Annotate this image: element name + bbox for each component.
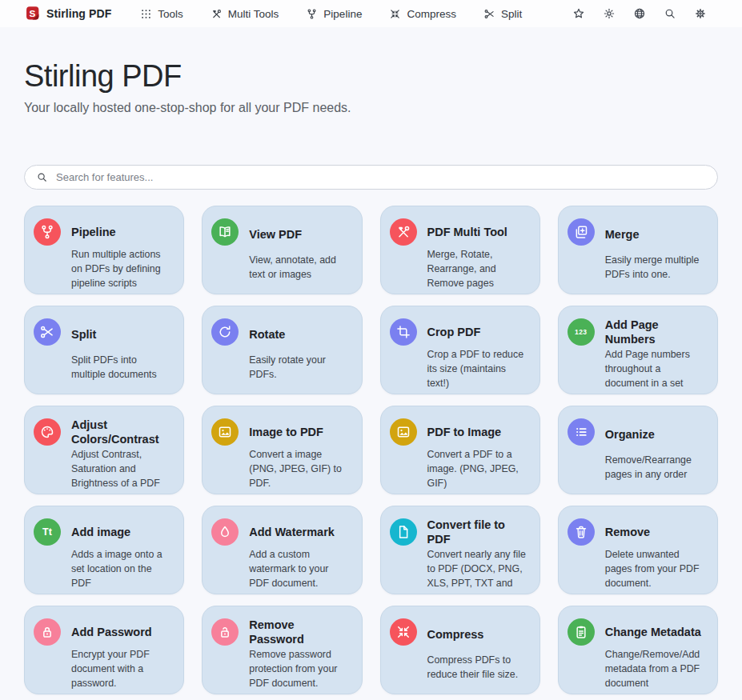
card-description: Encrypt your PDF document with a passwor… xyxy=(71,648,173,691)
compress-icon xyxy=(389,8,401,20)
pipeline-badge xyxy=(34,218,61,246)
card-convert-file-to-pdf[interactable]: Convert file to PDF Convert nearly any f… xyxy=(380,506,540,594)
card-image-to-pdf[interactable]: Image to PDF Convert a image (PNG, JPEG,… xyxy=(202,406,362,494)
card-change-metadata[interactable]: Change Metadata Change/Remove/Add metada… xyxy=(558,606,718,694)
palette-icon xyxy=(39,424,55,440)
card-description: Easily rotate your PDFs. xyxy=(249,354,351,387)
card-description: Merge, Rotate, Rearrange, and Remove pag… xyxy=(427,248,529,291)
search-button[interactable] xyxy=(664,7,676,20)
text-Tt-badge: Tt xyxy=(34,518,61,546)
card-description: Remove/Rearrange pages in any order xyxy=(605,454,707,487)
card-title: Split xyxy=(71,318,173,351)
card-remove-password[interactable]: Remove Password Remove password protecti… xyxy=(202,606,362,694)
page-title: Stirling PDF xyxy=(24,59,718,94)
card-description: View, annotate, add text or images xyxy=(249,254,351,287)
card-rotate[interactable]: Rotate Easily rotate your PDFs. xyxy=(202,306,362,394)
trash-badge xyxy=(568,518,595,546)
card-remove[interactable]: Remove Delete unwanted pages from your P… xyxy=(558,506,718,594)
crop-icon xyxy=(395,324,411,340)
book-open-badge xyxy=(211,218,239,246)
card-title: Add Page Numbers xyxy=(605,318,707,346)
nav-item-label: Tools xyxy=(158,8,183,20)
card-pdf-multi-tool[interactable]: PDF Multi Tool Merge, Rotate, Rearrange,… xyxy=(380,206,540,294)
crop-badge xyxy=(390,318,417,346)
card-title: Remove xyxy=(605,518,707,546)
card-title: Change Metadata xyxy=(605,618,707,646)
file-badge xyxy=(390,518,417,546)
card-crop-pdf[interactable]: Crop PDF Crop a PDF to reduce its size (… xyxy=(380,306,540,394)
numbers-123-icon: 123 xyxy=(575,328,588,336)
multi-tools-badge xyxy=(390,218,417,246)
card-description: Convert a PDF to a image. (PNG, JPEG, GI… xyxy=(427,448,529,491)
droplet-icon xyxy=(217,524,233,540)
card-description: Add Page numbers throughout a document i… xyxy=(605,348,707,394)
clipboard-icon xyxy=(573,624,589,640)
card-description: Convert nearly any file to PDF (DOCX, PN… xyxy=(427,548,529,594)
card-pdf-to-image[interactable]: PDF to Image Convert a PDF to a image. (… xyxy=(380,406,540,494)
card-add-image[interactable]: Tt Add image Adds a image onto a set loc… xyxy=(24,506,184,594)
brand[interactable]: S Stirling PDF xyxy=(24,5,111,22)
numbers-123-badge: 123 xyxy=(568,318,595,346)
card-view-pdf[interactable]: View PDF View, annotate, add text or ima… xyxy=(202,206,362,294)
card-add-password[interactable]: Add Password Encrypt your PDF document w… xyxy=(24,606,184,694)
page-subtitle: Your locally hosted one-stop-shop for al… xyxy=(24,101,718,115)
merge-badge xyxy=(568,218,595,246)
brand-label: Stirling PDF xyxy=(46,7,111,20)
card-split[interactable]: Split Split PDFs into multiple documents xyxy=(24,306,184,394)
card-compress[interactable]: Compress Compress PDFs to reduce their f… xyxy=(380,606,540,694)
card-title: Image to PDF xyxy=(249,418,351,446)
svg-text:S: S xyxy=(30,8,36,19)
clipboard-badge xyxy=(568,618,595,646)
settings-button[interactable] xyxy=(694,7,707,20)
nav-item-label: Compress xyxy=(407,8,456,20)
stirling-logo-icon: S xyxy=(24,5,41,22)
multi-tools-icon xyxy=(395,224,411,240)
card-description: Change/Remove/Add metadata from a PDF do… xyxy=(605,648,707,691)
card-description: Easily merge multiple PDFs into one. xyxy=(605,254,707,287)
card-pipeline[interactable]: Pipeline Run multiple actions on PDFs by… xyxy=(24,206,184,294)
list-badge xyxy=(568,418,595,446)
card-merge[interactable]: Merge Easily merge multiple PDFs into on… xyxy=(558,206,718,294)
card-adjust-colors-contrast[interactable]: Adjust Colors/Contrast Adjust Contrast, … xyxy=(24,406,184,494)
card-title: PDF to Image xyxy=(427,418,529,446)
card-organize[interactable]: Organize Remove/Rearrange pages in any o… xyxy=(558,406,718,494)
scissors-badge xyxy=(34,318,61,346)
card-description: Crop a PDF to reduce its size (maintains… xyxy=(427,348,529,391)
nav-item-compress[interactable]: Compress xyxy=(389,8,456,20)
multi-tools-icon xyxy=(211,8,223,20)
image-icon xyxy=(217,424,233,440)
favourites-button[interactable] xyxy=(572,7,585,20)
image-icon xyxy=(395,424,411,440)
pipeline-icon xyxy=(39,224,55,240)
card-description: Adjust Contrast, Saturation and Brightne… xyxy=(71,448,173,491)
book-open-icon xyxy=(217,224,233,240)
star-icon xyxy=(572,7,585,20)
nav-item-pipeline[interactable]: Pipeline xyxy=(306,8,362,20)
nav-item-label: Multi Tools xyxy=(228,8,279,20)
card-description: Run multiple actions on PDFs by defining… xyxy=(71,248,173,291)
brightness-icon xyxy=(603,7,616,20)
grid-icon xyxy=(140,8,152,20)
nav-item-multi-tools[interactable]: Multi Tools xyxy=(211,8,279,20)
card-description: Compress PDFs to reduce their file size. xyxy=(427,654,529,687)
card-add-watermark[interactable]: Add Watermark Add a custom watermark to … xyxy=(202,506,362,594)
nav-item-label: Pipeline xyxy=(323,8,362,20)
rotate-icon xyxy=(217,324,233,340)
card-description: Remove password protection from your PDF… xyxy=(249,648,351,691)
card-title: Merge xyxy=(605,218,707,251)
compress-badge xyxy=(390,618,417,646)
card-title: View PDF xyxy=(249,218,351,251)
card-title: Organize xyxy=(605,418,707,451)
feature-search-bar[interactable] xyxy=(24,165,718,190)
language-button[interactable] xyxy=(633,7,646,20)
card-add-page-numbers[interactable]: 123 Add Page Numbers Add Page numbers th… xyxy=(558,306,718,394)
card-title: Add Watermark xyxy=(249,518,351,546)
nav-item-tools[interactable]: Tools xyxy=(140,8,183,20)
theme-toggle-button[interactable] xyxy=(603,7,616,20)
nav-item-split[interactable]: Split xyxy=(483,8,522,20)
feature-search-input[interactable] xyxy=(56,171,706,183)
navbar: S Stirling PDF ToolsMulti ToolsPipelineC… xyxy=(0,0,742,27)
image-badge xyxy=(390,418,417,446)
card-description: Add a custom watermark to your PDF docum… xyxy=(249,548,351,591)
text-Tt-icon: Tt xyxy=(42,526,52,538)
